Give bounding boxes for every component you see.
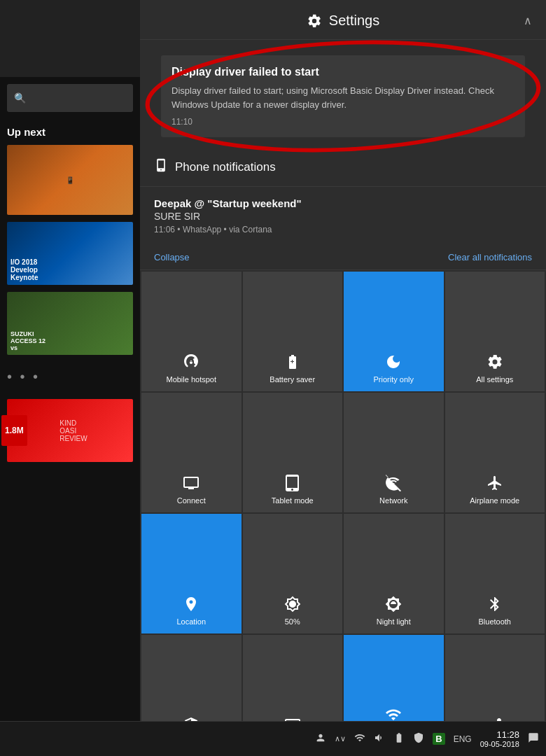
taskbar-wifi-icon[interactable] bbox=[354, 732, 365, 746]
taskbar-battery-svg bbox=[393, 732, 405, 743]
notification-title: Display driver failed to start bbox=[172, 66, 514, 78]
clear-all-button[interactable]: Clear all notifications bbox=[448, 252, 532, 262]
taskbar-notif-svg bbox=[528, 732, 539, 743]
tile-mobile-hotspot-label: Mobile hotspot bbox=[166, 374, 216, 384]
sidebar-thumb-3[interactable]: SUZUKIACCESS 12vs bbox=[7, 292, 133, 355]
bluetooth-icon bbox=[486, 596, 503, 612]
view-count-badge: 1.8M bbox=[1, 415, 27, 446]
left-sidebar: 🔍 Up next 📱 I/O 2018DevelopKeynote SUZUK… bbox=[0, 0, 140, 756]
taskbar-volume-icon[interactable] bbox=[374, 732, 385, 746]
tile-network[interactable]: Network bbox=[344, 393, 444, 512]
tile-tablet-mode-label: Tablet mode bbox=[272, 496, 314, 505]
taskbar-right-area: ∧∨ B ENG 11:28 bbox=[315, 729, 539, 748]
search-bar[interactable]: 🔍 bbox=[7, 84, 133, 112]
header-title-group: Settings bbox=[307, 13, 379, 29]
tile-brightness[interactable]: 50% bbox=[243, 514, 343, 634]
night-light-icon bbox=[385, 596, 402, 612]
airplane-mode-icon bbox=[486, 475, 503, 491]
all-settings-icon bbox=[486, 354, 503, 370]
taskbar-volume-svg bbox=[374, 732, 385, 743]
taskbar-arrows-icon: ∧∨ bbox=[335, 734, 346, 743]
tile-all-settings-label: All settings bbox=[476, 374, 513, 384]
priority-only-icon bbox=[385, 354, 402, 370]
tile-bluetooth-label: Bluetooth bbox=[479, 617, 511, 626]
tile-location-label: Location bbox=[176, 617, 206, 626]
header-title-text: Settings bbox=[329, 13, 379, 29]
tile-brightness-label: 50% bbox=[285, 617, 300, 626]
wa-meta: 11:06 • WhatsApp • via Cortana bbox=[154, 225, 532, 234]
notification-time: 11:10 bbox=[172, 117, 514, 127]
action-center-header: Settings ∧ bbox=[140, 0, 546, 40]
taskbar-battery-icon[interactable] bbox=[393, 732, 405, 746]
quick-actions-grid: Mobile hotspot Battery saver Priority on… bbox=[140, 270, 546, 756]
tile-network-label: Network bbox=[379, 496, 407, 505]
antivirus-icon: B bbox=[433, 733, 444, 745]
person-svg-icon bbox=[315, 732, 326, 743]
phone-notifications-label: Phone notifications bbox=[175, 160, 276, 174]
connect-icon bbox=[183, 475, 200, 491]
notification-body: Display driver failed to start; using Mi… bbox=[172, 84, 514, 111]
tile-location[interactable]: Location bbox=[141, 514, 241, 634]
notification-card-wrapper: Display driver failed to start Display d… bbox=[150, 48, 536, 144]
notification-actions-bar: Collapse Clear all notifications bbox=[140, 245, 546, 270]
phone-svg-icon bbox=[154, 158, 168, 172]
brightness-icon bbox=[284, 596, 301, 612]
taskbar-notification-icon[interactable] bbox=[528, 732, 539, 746]
taskbar-lang: ENG bbox=[454, 734, 472, 744]
battery-saver-icon bbox=[284, 354, 301, 370]
tile-connect[interactable]: Connect bbox=[141, 393, 241, 512]
tablet-mode-icon bbox=[284, 475, 301, 491]
taskbar-time: 11:28 bbox=[480, 729, 519, 740]
action-center: Settings ∧ Display driver failed to star… bbox=[140, 0, 546, 756]
tile-connect-label: Connect bbox=[177, 496, 206, 505]
taskbar: ∧∨ B ENG 11:28 bbox=[0, 721, 546, 756]
network-icon bbox=[385, 475, 402, 491]
taskbar-wifi-svg bbox=[354, 732, 365, 743]
collapse-button[interactable]: Collapse bbox=[154, 252, 190, 262]
up-next-label: Up next bbox=[0, 119, 140, 141]
wa-message: SURE SIR bbox=[154, 211, 532, 222]
thumb-label-2: I/O 2018DevelopKeynote bbox=[10, 258, 38, 281]
tile-all-settings[interactable]: All settings bbox=[445, 272, 545, 391]
taskbar-clock[interactable]: 11:28 09-05-2018 bbox=[480, 729, 519, 748]
tile-battery-saver[interactable]: Battery saver bbox=[243, 272, 343, 391]
taskbar-shield-svg bbox=[413, 732, 424, 743]
taskbar-shield-icon[interactable] bbox=[413, 732, 424, 746]
wa-sender: Deepak @ "Startup weekend" bbox=[154, 197, 532, 209]
taskbar-date: 09-05-2018 bbox=[480, 740, 519, 748]
sidebar-top-bar bbox=[0, 0, 140, 77]
tile-tablet-mode[interactable]: Tablet mode bbox=[243, 393, 343, 512]
mobile-hotspot-icon bbox=[183, 354, 200, 370]
person-icon[interactable] bbox=[315, 732, 326, 746]
tile-bluetooth[interactable]: Bluetooth bbox=[445, 514, 545, 634]
phone-icon bbox=[154, 158, 168, 176]
tile-priority-only[interactable]: Priority only bbox=[344, 272, 444, 391]
tile-airplane-mode[interactable]: Airplane mode bbox=[445, 393, 545, 512]
location-icon bbox=[183, 596, 200, 612]
search-icon: 🔍 bbox=[14, 92, 26, 104]
gear-icon bbox=[307, 13, 322, 29]
notification-card[interactable]: Display driver failed to start Display d… bbox=[161, 55, 525, 137]
tile-night-light[interactable]: Night light bbox=[344, 514, 444, 634]
tile-priority-only-label: Priority only bbox=[374, 374, 414, 384]
whatsapp-notification[interactable]: Deepak @ "Startup weekend" SURE SIR 11:0… bbox=[140, 187, 546, 245]
sidebar-more-dots: • • • bbox=[0, 358, 140, 396]
up-arrow-icon[interactable]: ∧ bbox=[524, 14, 532, 27]
tile-battery-saver-label: Battery saver bbox=[270, 374, 315, 384]
tile-mobile-hotspot[interactable]: Mobile hotspot bbox=[141, 272, 241, 391]
tile-night-light-label: Night light bbox=[377, 617, 411, 626]
sidebar-thumb-2[interactable]: I/O 2018DevelopKeynote bbox=[7, 222, 133, 285]
sidebar-thumb-1[interactable]: 📱 bbox=[7, 145, 133, 215]
tile-airplane-mode-label: Airplane mode bbox=[470, 496, 519, 505]
phone-notifications-section[interactable]: Phone notifications bbox=[140, 148, 546, 187]
sidebar-thumb-4[interactable]: 1.8M KINDOASIREVIEW bbox=[7, 399, 133, 462]
thumb-label-3: SUZUKIACCESS 12vs bbox=[10, 330, 46, 351]
